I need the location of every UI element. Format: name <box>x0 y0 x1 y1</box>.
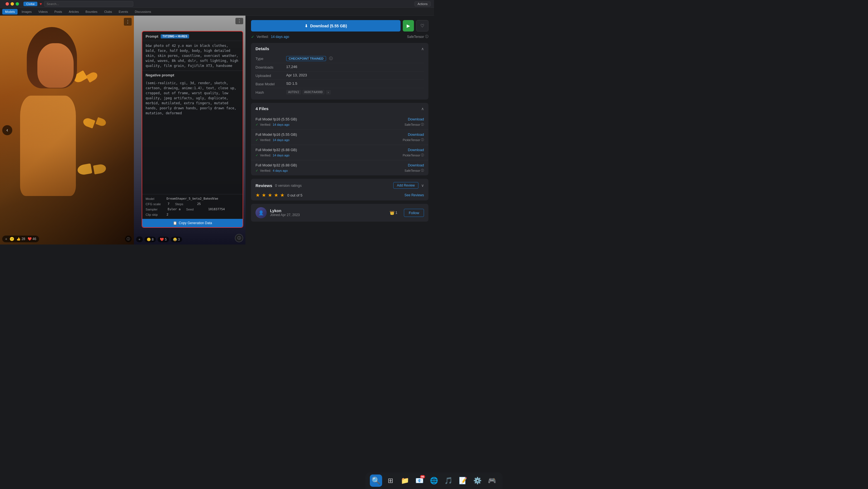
prompt-header: Prompt TXT2IMG + HI-RES <box>142 32 243 41</box>
file-verified-text-3: Verified: <box>260 169 271 172</box>
download-icon: ⬇ <box>305 24 308 28</box>
uploaded-detail-row: Uploaded Apr 13, 2023 <box>255 71 424 80</box>
prompt-type-badge: TXT2IMG + HI-RES <box>161 34 189 38</box>
prompt-overlay: Prompt TXT2IMG + HI-RES b&w photo of 42 … <box>142 31 243 228</box>
file-download-3[interactable]: Download <box>408 163 424 167</box>
prev-image-button[interactable]: ‹ <box>2 125 12 135</box>
creator-badge-num: 1 <box>396 211 398 215</box>
file-verified-icon-1: ✓ <box>255 138 258 142</box>
heart-reaction[interactable]: ❤️ 46 <box>28 237 36 241</box>
positive-prompt-text: b&w photo of 42 y.o man in black clothes… <box>142 41 243 70</box>
image-more-button[interactable]: ⋮ <box>124 18 132 26</box>
add-review-button[interactable]: Add Review <box>393 182 418 189</box>
file-tensor-info-icon-3[interactable]: ⓘ <box>421 168 424 172</box>
tab-images[interactable]: Images <box>19 9 34 14</box>
download-label: Download (5.55 GB) <box>310 24 347 28</box>
file-verified-date-3[interactable]: 4 days ago <box>273 169 288 172</box>
file-verified-date-1[interactable]: 14 days ago <box>273 138 289 142</box>
heart-icon: ❤️ <box>28 237 32 241</box>
image-info-button[interactable]: ⓘ <box>125 236 132 242</box>
downloads-value: 17,246 <box>286 65 424 69</box>
heart-reaction-button[interactable]: ❤️ 5 <box>158 237 169 242</box>
reviews-count: 0 version ratings <box>275 184 302 188</box>
negative-prompt-text: (semi-realistic, cgi, 3d, render, sketch… <box>142 78 243 118</box>
type-info-icon[interactable]: ⓘ <box>329 56 333 61</box>
checkpoint-trained-badge: CHECKPOINT TRAINED <box>286 56 326 61</box>
follow-button[interactable]: Follow <box>404 209 424 217</box>
prompt-body[interactable]: b&w photo of 42 y.o man in black clothes… <box>142 41 243 194</box>
file-tensor-info-icon-1[interactable]: ⓘ <box>421 138 424 142</box>
tab-events[interactable]: Events <box>116 9 131 14</box>
file-item-1: Full Model fp16 (5.55 GB) Download ✓ Ver… <box>251 130 428 145</box>
tab-posts[interactable]: Posts <box>52 9 65 14</box>
safe-tensor-label: SafeTensor <box>407 35 424 39</box>
search-input[interactable] <box>44 1 133 7</box>
file-download-2[interactable]: Download <box>408 148 424 152</box>
details-header[interactable]: Details ∧ <box>251 43 428 54</box>
verified-icon: ✓ <box>251 35 254 39</box>
safe-tensor-info-icon[interactable]: ⓘ <box>425 34 428 39</box>
hash-detail-row: Hash AUTOV2 A60CFAA90D › <box>255 88 424 96</box>
star-3-icon: ★ <box>268 192 272 198</box>
file-verified-date-0[interactable]: 14 days ago <box>273 123 289 126</box>
file-download-1[interactable]: Download <box>408 132 424 137</box>
tab-discussions[interactable]: Discussions <box>132 9 154 14</box>
details-chevron-icon: ∧ <box>421 46 424 51</box>
details-title: Details <box>255 46 269 51</box>
close-dot[interactable] <box>6 2 9 6</box>
image-reactions-bar: + 🙂 👍 28 ❤️ 46 <box>2 236 39 242</box>
file-verified-date-2[interactable]: 14 days ago <box>273 154 289 157</box>
file-tensor-info-icon-2[interactable]: ⓘ <box>421 153 424 157</box>
file-download-0[interactable]: Download <box>408 117 424 121</box>
file-tensor-info-icon-0[interactable]: ⓘ <box>421 122 424 127</box>
smiley-reaction-button[interactable]: 🙂 8 <box>145 237 156 242</box>
window-controls <box>3 2 21 6</box>
main-content: ‹ ⋮ + 🙂 👍 28 ❤️ 46 ⓘ <box>0 15 434 244</box>
hash-more-button[interactable]: › <box>326 90 331 95</box>
tab-models[interactable]: Models <box>2 9 18 14</box>
favorite-button[interactable]: ♡ <box>416 20 428 32</box>
base-model-value: SD 1.5 <box>286 82 424 86</box>
hash-autov2-badge: AUTOV2 <box>286 90 301 95</box>
nav-actions[interactable]: Actions <box>414 1 431 6</box>
tab-videos[interactable]: Videos <box>36 9 51 14</box>
file-name-3: Full Model fp32 (6.88 GB) <box>255 163 297 167</box>
creator-avatar-icon: 👤 <box>258 210 264 216</box>
second-image-more-button[interactable]: ⋮ <box>236 18 243 24</box>
secondary-nav: Models Images Videos Posts Articles Boun… <box>0 8 434 15</box>
negative-prompt-section: Negative prompt (semi-realistic, cgi, 3d… <box>142 70 243 118</box>
play-button[interactable]: ▶ <box>403 20 414 32</box>
brand-button[interactable]: Civitai <box>24 2 37 6</box>
minimize-dot[interactable] <box>10 2 14 6</box>
top-nav: Civitai ♥ Actions <box>0 0 434 8</box>
tab-clubs[interactable]: Clubs <box>101 9 115 14</box>
maximize-dot[interactable] <box>16 2 19 6</box>
download-button[interactable]: ⬇ Download (5.55 GB) <box>251 20 401 32</box>
crown-icon: 👑 <box>390 210 394 215</box>
add-reaction-button[interactable]: + <box>5 237 7 241</box>
thumbs-up-icon: 👍 <box>17 237 21 241</box>
file-verified-2: ✓ Verified: 14 days ago PickleTensor ⓘ <box>255 153 424 157</box>
second-add-reaction-button[interactable]: + <box>136 236 143 242</box>
file-name-1: Full Model fp16 (5.55 GB) <box>255 132 297 137</box>
creator-joined: Joined Apr 27, 2023 <box>270 213 386 217</box>
seed-pair: Seed 101837754 <box>186 207 225 211</box>
copy-generation-data-button[interactable]: 📋 Copy Generation Data <box>142 219 243 227</box>
uploaded-label: Uploaded <box>255 73 286 78</box>
tab-articles[interactable]: Articles <box>66 9 82 14</box>
steps-pair: Steps 25 <box>175 202 201 206</box>
hash-value-badge: A60CFAA90D <box>302 90 325 95</box>
cfg-steps-row: CFG scale 7 Steps 25 <box>146 201 239 206</box>
files-header[interactable]: 4 Files ∧ <box>251 103 428 114</box>
second-image-info-button[interactable]: ⓘ <box>235 234 243 242</box>
prompt-metadata: Model DreamShaper_5_beta2_BakedVae CFG s… <box>142 194 243 219</box>
like-reaction[interactable]: 👍 28 <box>17 237 25 241</box>
see-reviews-link[interactable]: See Reviews <box>404 193 424 197</box>
copy-icon: 📋 <box>173 221 177 225</box>
tab-bounties[interactable]: Bounties <box>83 9 100 14</box>
laugh-reaction-button[interactable]: 😂 3 <box>171 237 182 242</box>
reviews-expand-icon[interactable]: ∨ <box>421 183 424 188</box>
play-icon: ▶ <box>407 23 410 28</box>
verified-date-link[interactable]: 14 days ago <box>271 35 289 39</box>
clip-label: Clip skip <box>146 213 166 216</box>
